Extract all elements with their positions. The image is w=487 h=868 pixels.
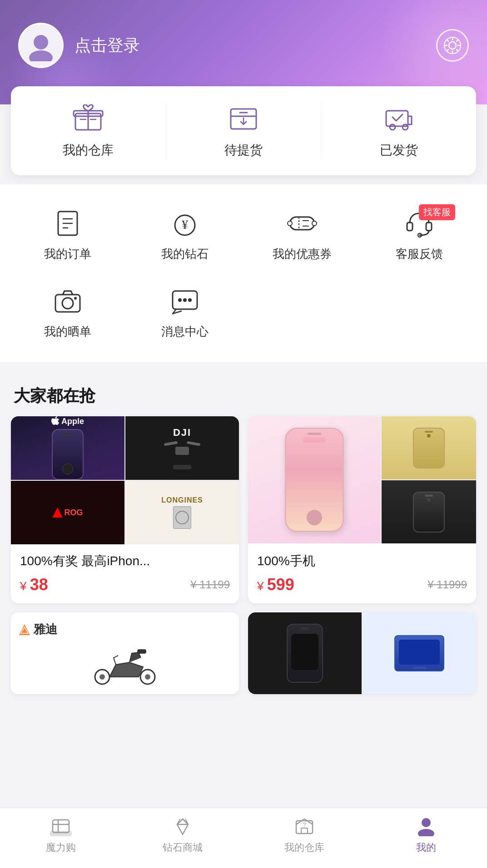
svg-text:¥: ¥	[182, 217, 188, 232]
nav-diamond-mall[interactable]: 钻石商城	[122, 815, 244, 854]
product-1-title: 100%有奖 最高iPhon...	[20, 552, 230, 570]
product-2-original: ¥ 11999	[427, 578, 467, 591]
product-2-title: 100%手机	[257, 552, 467, 570]
warehouse-label: 我的仓库	[63, 142, 114, 159]
section-title: 大家都在抢	[0, 371, 487, 416]
user-section[interactable]: 点击登录	[18, 23, 140, 68]
quick-action-warehouse[interactable]: 我的仓库	[11, 103, 166, 159]
product-card-4[interactable]	[248, 612, 476, 694]
shipped-icon	[381, 103, 417, 134]
warehouse-nav-icon: ?	[293, 815, 316, 837]
svg-point-54	[422, 818, 431, 827]
nav-magic-purchase[interactable]: 魔力购	[0, 815, 122, 854]
coupon-label: 我的优惠券	[273, 246, 332, 262]
menu-item-share[interactable]: 我的晒单	[9, 276, 126, 349]
nav-warehouse-label: 我的仓库	[284, 841, 324, 854]
menu-item-coupon[interactable]: 我的优惠券	[244, 198, 361, 271]
coupon-icon	[284, 207, 320, 240]
product-1-original: ¥ 11199	[190, 578, 230, 591]
diamond-label: 我的钻石	[161, 246, 209, 262]
product-2-price: ¥ 599	[257, 575, 294, 594]
svg-point-35	[183, 298, 187, 302]
quick-action-shipped[interactable]: 已发货	[321, 103, 476, 159]
shipped-label: 已发货	[380, 142, 418, 159]
svg-point-24	[312, 221, 317, 226]
diamond-icon: ¥	[167, 207, 203, 240]
nav-mine[interactable]: 我的	[365, 815, 487, 854]
box-arrow-icon	[225, 103, 262, 134]
svg-rect-47	[50, 831, 72, 836]
svg-rect-44	[53, 820, 69, 833]
menu-item-orders[interactable]: 我的订单	[9, 198, 126, 271]
svg-point-23	[288, 221, 292, 226]
menu-item-messages[interactable]: 消息中心	[126, 276, 244, 349]
share-label: 我的晒单	[44, 324, 91, 340]
svg-point-13	[390, 124, 395, 130]
message-icon	[167, 285, 203, 317]
products-row-1: Apple DJI	[11, 416, 476, 603]
products-row-2: 雅迪	[11, 612, 476, 694]
svg-point-55	[418, 829, 434, 836]
svg-rect-21	[290, 217, 314, 230]
products-section: Apple DJI	[0, 416, 487, 694]
pending-label: 待提货	[224, 142, 263, 159]
product-2-info: 100%手机 ¥ 599 ¥ 11999	[248, 543, 476, 603]
diamond-mall-icon	[171, 815, 194, 837]
svg-point-0	[34, 35, 48, 49]
mine-icon	[414, 815, 438, 837]
svg-point-34	[178, 298, 182, 302]
svg-point-31	[62, 298, 73, 309]
badge-kefu: 找客服	[419, 204, 455, 220]
menu-row-2: 我的晒单 消息中心	[9, 276, 478, 349]
messages-label: 消息中心	[161, 324, 209, 340]
svg-text:?: ?	[303, 822, 306, 828]
product-card-3[interactable]: 雅迪	[11, 612, 239, 694]
svg-point-36	[188, 298, 192, 302]
svg-rect-52	[301, 828, 308, 833]
nav-magic-label: 魔力购	[46, 841, 76, 854]
menu-section: 我的订单 ¥ 我的钻石	[0, 184, 487, 362]
product-card-2[interactable]: 100%手机 ¥ 599 ¥ 11999	[248, 416, 476, 603]
product-1-price: ¥ 38	[20, 575, 48, 594]
settings-button[interactable]	[436, 29, 469, 62]
svg-point-14	[403, 124, 408, 130]
quick-actions-card: 我的仓库 待提货	[11, 86, 476, 175]
quick-action-pending[interactable]: 待提货	[166, 103, 322, 159]
svg-rect-27	[407, 222, 412, 231]
nav-mine-label: 我的	[416, 841, 436, 854]
nav-my-warehouse[interactable]: ? 我的仓库	[244, 815, 365, 854]
avatar[interactable]	[18, 23, 64, 68]
svg-rect-28	[426, 222, 432, 231]
product-1-info: 100%有奖 最高iPhon... ¥ 38 ¥ 11199	[11, 543, 239, 603]
svg-rect-43	[138, 650, 146, 653]
svg-point-32	[74, 297, 77, 300]
magic-icon	[49, 815, 73, 837]
svg-point-1	[29, 50, 53, 61]
menu-item-diamond[interactable]: ¥ 我的钻石	[126, 198, 244, 271]
orders-label: 我的订单	[44, 246, 91, 262]
product-card-1[interactable]: Apple DJI	[11, 416, 239, 603]
login-text[interactable]: 点击登录	[75, 35, 140, 57]
order-icon	[50, 207, 86, 240]
camera-icon	[50, 285, 86, 317]
bottom-navigation: 魔力购 钻石商城 ? 我的仓库	[0, 808, 487, 868]
menu-row-1: 我的订单 ¥ 我的钻石	[9, 198, 478, 271]
feedback-label: 客服反馈	[396, 246, 443, 262]
gift-icon	[70, 103, 106, 134]
nav-diamond-label: 钻石商城	[163, 841, 203, 854]
svg-point-41	[99, 674, 105, 680]
svg-point-42	[145, 674, 150, 680]
menu-item-feedback[interactable]: 找客服 客服反馈	[361, 198, 478, 271]
svg-point-2	[449, 42, 456, 49]
